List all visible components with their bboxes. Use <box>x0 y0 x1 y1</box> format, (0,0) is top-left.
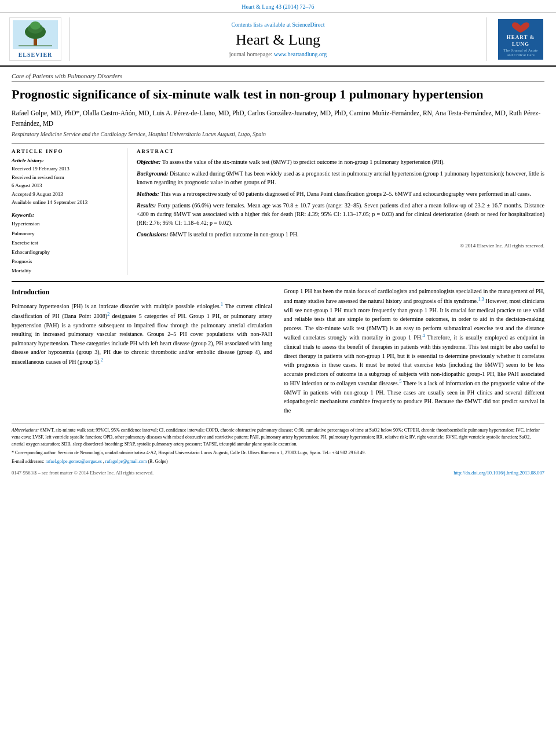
article-dates: Received 19 February 2013 Received in re… <box>12 165 120 206</box>
email-line: E-mail addresses: rafael.golpe.gomez@ser… <box>12 458 544 465</box>
header-area: ELSEVIER Contents lists available at Sci… <box>0 13 556 67</box>
svg-point-4 <box>30 21 41 30</box>
hl-logo-subtitle: The Journal of Acute and Critical Care <box>500 48 541 57</box>
abbrev-text: 6MWT, six-minute walk test; 95%CI, 95% c… <box>12 428 540 447</box>
corresponding-author-line: * Corresponding author. Servicio de Neum… <box>12 450 544 456</box>
email-sep: , <box>103 459 104 464</box>
abstract-header: ABSTRACT <box>137 148 544 154</box>
authors: Rafael Golpe, MD, PhD*, Olalla Castro-Añ… <box>12 108 544 129</box>
footnote-area: Abbreviations: 6MWT, six-minute walk tes… <box>12 423 544 465</box>
journal-center: Contents lists available at ScienceDirec… <box>70 17 487 61</box>
revised-date: 6 August 2013 <box>12 181 120 189</box>
methods-text: This was a retrospective study of 60 pat… <box>160 191 531 197</box>
abstract-methods: Methods: This was a retrospective study … <box>137 189 544 198</box>
intro-para-1: Pulmonary hypertension (PH) is an intric… <box>12 301 272 366</box>
svg-rect-1 <box>34 38 37 46</box>
affiliation: Respiratory Medicine Service and the Car… <box>12 131 544 137</box>
methods-label: Methods: <box>137 191 159 197</box>
contents-text: Contents lists available at <box>231 21 290 28</box>
article-info-abstract-section: ARTICLE INFO Article history: Received 1… <box>12 143 544 275</box>
intro-left-text: Pulmonary hypertension (PH) is an intric… <box>12 301 272 366</box>
background-text: Distance walked during 6MWT has been wid… <box>137 170 544 185</box>
abbreviations-line: Abbreviations: 6MWT, six-minute walk tes… <box>12 427 544 448</box>
introduction-title: Introduction <box>12 287 272 298</box>
objective-text: To assess the value of the six-minute wa… <box>162 159 445 165</box>
keywords-section: Keywords: Hypertension Pulmonary Exercis… <box>12 212 120 275</box>
keyword-6: Mortality <box>12 266 120 275</box>
elsevier-logo: ELSEVIER <box>9 17 61 61</box>
received-date: Received 19 February 2013 <box>12 165 120 173</box>
email2[interactable]: rafagolpe@gmail.com <box>105 459 147 464</box>
article-info-header: ARTICLE INFO <box>12 148 120 154</box>
body-left-col: Introduction Pulmonary hypertension (PH)… <box>12 287 272 417</box>
hl-logo-box: HEART & LUNG The Journal of Acute and Cr… <box>498 19 543 60</box>
journal-reference: Heart & Lung 43 (2014) 72–76 <box>242 3 314 10</box>
abbrev-label: Abbreviations: <box>12 428 39 433</box>
page: Heart & Lung 43 (2014) 72–76 ELSEVIER <box>0 0 556 756</box>
sciencedirect-name[interactable]: ScienceDirect <box>292 21 324 28</box>
elsevier-wordmark: ELSEVIER <box>19 52 53 58</box>
body-right-col: Group 1 PH has been the main focus of ca… <box>284 287 544 417</box>
keywords-list: Hypertension Pulmonary Exercise test Ech… <box>12 219 120 275</box>
ref-5: 5 <box>399 379 401 384</box>
abstract-conclusions: Conclusions: 6MWT is useful to predict o… <box>137 230 544 239</box>
keyword-2: Pulmonary <box>12 229 120 238</box>
intro-para-2: Group 1 PH has been the main focus of ca… <box>284 287 544 415</box>
conclusions-text: 6MWT is useful to predict outcome in non… <box>170 231 299 238</box>
abstract-text: Objective: To assess the value of the si… <box>137 158 544 250</box>
keyword-3: Exercise test <box>12 238 120 247</box>
article-info-col: ARTICLE INFO Article history: Received 1… <box>12 148 127 275</box>
conclusions-label: Conclusions: <box>137 231 168 238</box>
ref-1: 1 <box>221 302 223 307</box>
author-names: Rafael Golpe, MD, PhD*, Olalla Castro-Añ… <box>12 109 540 127</box>
corresponding-text: Servicio de Neumología, unidad administr… <box>58 450 366 455</box>
article-title: Prognostic significance of six-minute wa… <box>12 86 544 103</box>
body-section: Introduction Pulmonary hypertension (PH)… <box>12 281 544 417</box>
keyword-4: Echocardiography <box>12 247 120 257</box>
homepage-url[interactable]: www.heartandlung.org <box>274 51 327 57</box>
bottom-bar: 0147-9563/$ – see front matter © 2014 El… <box>12 470 544 476</box>
email-label: E-mail addresses: <box>12 459 46 464</box>
objective-label: Objective: <box>137 159 161 165</box>
doi-link[interactable]: http://dx.doi.org/10.1016/j.hrtlng.2013.… <box>453 470 544 476</box>
body-two-col: Introduction Pulmonary hypertension (PH)… <box>12 287 544 417</box>
results-text: Forty patients (66.6%) were females. Mea… <box>137 202 544 226</box>
abstract-objective: Objective: To assess the value of the si… <box>137 158 544 166</box>
journal-logo-right: HEART & LUNG The Journal of Acute and Cr… <box>495 17 547 61</box>
article-history: Article history: Received 19 February 20… <box>12 158 120 206</box>
elsevier-tree-svg <box>13 20 58 49</box>
elsevier-image <box>13 20 58 49</box>
ref-1-3: 1,3 <box>478 297 484 302</box>
intro-right-text: Group 1 PH has been the main focus of ca… <box>284 287 544 415</box>
journal-title: Heart & Lung <box>236 31 320 49</box>
issn-text: 0147-9563/$ – see front matter © 2014 El… <box>12 470 153 476</box>
revised-label: Received in revised form <box>12 173 120 181</box>
email1[interactable]: rafael.golpe.gomez@sergas.es <box>46 459 102 464</box>
footnote-text: Abbreviations: 6MWT, six-minute walk tes… <box>12 427 544 465</box>
journal-homepage: journal homepage: www.heartandlung.org <box>229 51 327 57</box>
abstract-background: Background: Distance walked during 6MWT … <box>137 169 544 187</box>
keyword-5: Prognosis <box>12 257 120 266</box>
ref-2a: 2 <box>107 312 109 317</box>
journal-reference-bar: Heart & Lung 43 (2014) 72–76 <box>0 0 556 13</box>
ref-2b: 2 <box>101 357 103 363</box>
hl-heart-svg <box>506 21 535 35</box>
section-label: Care of Patients with Pulmonary Disorder… <box>12 72 544 82</box>
copyright: © 2014 Elsevier Inc. All rights reserved… <box>137 242 544 250</box>
corresponding-label: * Corresponding author. <box>12 450 57 455</box>
available-date: Available online 14 September 2013 <box>12 198 120 206</box>
sciencedirect-link: Contents lists available at ScienceDirec… <box>231 21 324 28</box>
email-suffix: (R. Golpe) <box>148 459 167 464</box>
ref-4: 4 <box>422 333 425 338</box>
keywords-label: Keywords: <box>12 212 120 218</box>
abstract-results: Results: Forty patients (66.6%) were fem… <box>137 201 544 227</box>
accepted-date: Accepted 9 August 2013 <box>12 190 120 198</box>
article-history-label: Article history: <box>12 158 120 163</box>
keyword-1: Hypertension <box>12 219 120 228</box>
abstract-col: ABSTRACT Objective: To assess the value … <box>137 148 544 275</box>
results-label: Results: <box>137 202 156 209</box>
background-label: Background: <box>137 170 168 177</box>
homepage-label: journal homepage: <box>229 51 273 57</box>
hl-logo-title: HEART & LUNG <box>500 34 541 48</box>
